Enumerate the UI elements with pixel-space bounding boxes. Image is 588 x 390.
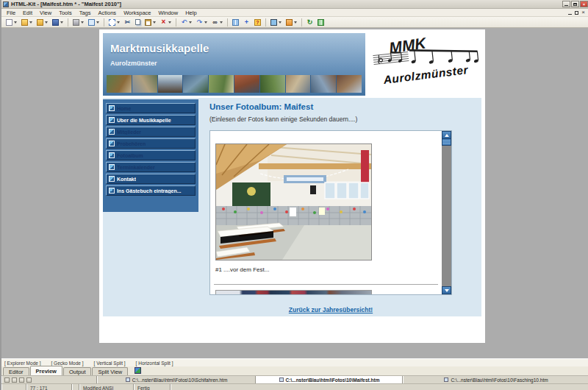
preview-mode-links: [ Explorer Mode ][ Gecko Mode ][ Vertica…	[1, 359, 588, 366]
dropdown-caret-icon	[29, 21, 32, 24]
tab-preview[interactable]: Preview	[30, 366, 62, 375]
arrow-up-icon	[445, 134, 449, 137]
open-file-active[interactable]: C:\...nster\Blau\html\Fotos\10\Maifest.h…	[256, 376, 403, 383]
tab-split-view[interactable]: Split View	[92, 367, 128, 375]
scroll-up-button[interactable]	[442, 131, 451, 139]
status-cell	[171, 384, 588, 390]
select-button[interactable]	[107, 18, 121, 26]
tab-editor[interactable]: Editor	[3, 367, 29, 375]
sidebar-item-home[interactable]: Home	[106, 103, 196, 113]
sidebar-item-label: Fotoalbum	[117, 153, 143, 158]
browser-preview-icon	[88, 19, 95, 26]
album-scrollbar[interactable]	[442, 131, 451, 294]
status-cell: Fertig	[134, 384, 171, 390]
open-file-tab[interactable]: C:\...nster\Blau\html\Fotos\10\Schifahre…	[97, 376, 256, 383]
menu-view[interactable]: View	[36, 10, 55, 16]
file-bar-icon[interactable]	[19, 377, 24, 383]
navigation-sidebar: HomeÜber die MusikkapelleMitgliederProbe…	[103, 99, 198, 212]
save-button[interactable]	[51, 18, 65, 26]
mmk-logo: MMK	[369, 32, 481, 85]
scroll-down-button[interactable]	[442, 286, 451, 294]
minimize-button[interactable]	[562, 1, 570, 7]
photo-album-frame: #1 ....vor dem Fest...	[209, 130, 452, 295]
new-document-button[interactable]	[4, 18, 18, 26]
refresh-button[interactable]: ↻	[305, 18, 315, 26]
bottom-bar: [ Explorer Mode ][ Gecko Mode ][ Vertica…	[1, 358, 588, 390]
cut-button[interactable]: ✂	[123, 18, 132, 26]
preview-area: Marktmusikkapelle Aurolzmünster MMK	[1, 28, 588, 358]
maximize-button[interactable]	[571, 1, 579, 7]
delete-icon: ×	[160, 19, 167, 26]
toolbar-separator	[301, 18, 302, 26]
open-recent-icon	[37, 19, 43, 26]
menu-workspace[interactable]: Workspace	[120, 10, 154, 16]
toolbar-separator	[227, 18, 228, 26]
tab-output[interactable]: Output	[63, 367, 92, 375]
photo-bullet-icon	[109, 176, 115, 182]
help-button[interactable]: ?	[253, 18, 262, 26]
delete-button[interactable]: ×	[159, 18, 173, 26]
sidebar-item-ins-g-stebuch-eintragen[interactable]: Ins Gästebuch eintragen...	[106, 185, 196, 196]
mdi-minimize-button[interactable]	[568, 11, 572, 15]
table-button[interactable]	[316, 18, 326, 26]
file-bar-icon[interactable]	[4, 377, 10, 383]
mode-link-vertical-split[interactable]: [ Vertical Split ]	[94, 361, 126, 366]
open-folder-button[interactable]	[20, 18, 34, 26]
file-bar-icon[interactable]	[26, 377, 32, 383]
scrollbar-track[interactable]	[442, 146, 451, 286]
split-view-button[interactable]	[231, 18, 240, 26]
sidebar-item-label: Kontakt	[117, 177, 136, 182]
strip-photo	[311, 75, 336, 93]
menu-actions[interactable]: Actions	[95, 10, 121, 16]
menu-file[interactable]: File	[3, 10, 19, 16]
paste-button[interactable]	[143, 18, 157, 26]
redo-button[interactable]: ↷	[195, 18, 209, 26]
print-button[interactable]	[71, 18, 85, 26]
editor-tabs: EditorPreviewOutputSplit View	[1, 366, 588, 376]
window-button[interactable]	[284, 18, 298, 26]
find-button[interactable]: ∞	[210, 18, 224, 26]
open-recent-button[interactable]	[35, 18, 49, 26]
mdi-close-button[interactable]: ×	[581, 10, 585, 15]
toolbar-separator	[104, 18, 104, 26]
monitor-button[interactable]	[269, 18, 283, 26]
window-icon	[286, 19, 293, 26]
sidebar-item-ber-die-musikkapelle[interactable]: Über die Musikkapelle	[106, 115, 196, 125]
close-button[interactable]: ×	[580, 1, 588, 7]
copy-button[interactable]	[134, 18, 142, 26]
mode-link-explorer-mode[interactable]: [ Explorer Mode ]	[4, 361, 41, 366]
photo-bullet-icon	[109, 152, 115, 158]
menu-help[interactable]: Help	[182, 10, 200, 16]
mmk-logo-image: MMK	[369, 32, 481, 85]
mdi-restore-button[interactable]	[575, 11, 578, 15]
browser-preview-button[interactable]	[87, 18, 101, 26]
toolbar-separator	[265, 18, 266, 26]
dropdown-caret-icon	[279, 21, 282, 24]
sidebar-item-label: Terminkalender	[117, 165, 155, 170]
sidebar-item-fotoalbum[interactable]: Fotoalbum	[106, 150, 196, 160]
strip-photo	[286, 75, 311, 93]
sidebar-item-probeh-ren[interactable]: Probehören	[106, 138, 196, 149]
strip-photo	[260, 75, 285, 93]
sidebar-item-mitglieder[interactable]: Mitglieder	[106, 127, 196, 137]
scrollbar-thumb[interactable]	[442, 139, 451, 146]
menu-window[interactable]: Window	[155, 10, 182, 16]
move-button[interactable]: +	[242, 18, 251, 26]
menu-tools[interactable]: Tools	[55, 10, 76, 16]
photo-caption: #1 ....vor dem Fest...	[215, 266, 269, 273]
menu-tags[interactable]: Tags	[76, 10, 95, 16]
sidebar-item-terminkalender[interactable]: Terminkalender	[106, 162, 196, 172]
sidebar-item-label: Ins Gästebuch eintragen...	[117, 188, 182, 194]
open-file-tab[interactable]: C:\...nster\Blau\html\Fotos\10\Fasching1…	[403, 376, 588, 383]
back-to-year-overview-link[interactable]: Zurück zur Jahresübersicht!	[289, 306, 373, 313]
file-bar-icon[interactable]	[12, 377, 17, 383]
menu-edit[interactable]: Edit	[19, 10, 36, 16]
table-icon	[318, 19, 324, 26]
mode-link-horizontal-split[interactable]: [ Horizontal Split ]	[136, 361, 173, 366]
sidebar-item-label: Über die Musikkapelle	[117, 118, 171, 123]
undo-button[interactable]: ↶	[179, 18, 193, 26]
dropdown-caret-icon	[153, 21, 156, 24]
toolbar: ✂×↶↷∞+?↻	[1, 17, 588, 28]
mode-link-gecko-mode[interactable]: [ Gecko Mode ]	[51, 361, 84, 366]
sidebar-item-kontakt[interactable]: Kontakt	[106, 174, 196, 184]
